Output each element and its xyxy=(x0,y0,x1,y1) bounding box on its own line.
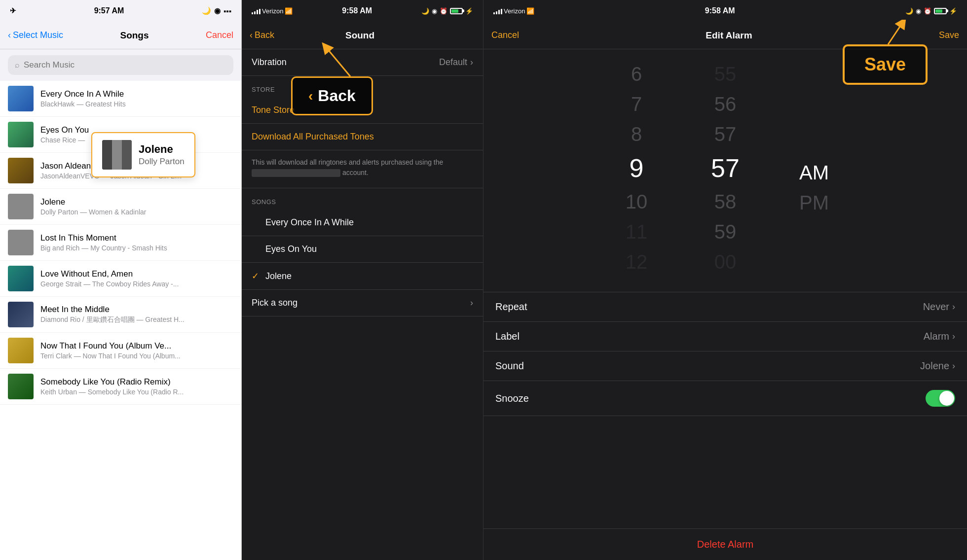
song-option-name-eyes: Eyes On You xyxy=(265,244,473,254)
album-art-s1 xyxy=(8,86,34,111)
lightning-icon-p3: ⚡ xyxy=(949,7,957,15)
redacted-text xyxy=(252,169,340,177)
song-info-s4: Jolene Dolly Parton — Women & Kadinlar xyxy=(40,197,233,216)
list-item[interactable]: Jolene Dolly Parton — Women & Kadinlar xyxy=(0,189,241,225)
sound-panel: Verizon 📶 9:58 AM 🌙 ◉ ⏰ ⚡ ‹ Back Sound V… xyxy=(242,0,484,560)
save-annotation: Save xyxy=(843,44,928,85)
sound-row[interactable]: Sound Jolene › xyxy=(484,351,967,381)
time-panel2: 9:58 AM xyxy=(342,6,372,15)
alarm-icon-p3: ⏰ xyxy=(924,7,931,15)
save-button-p3[interactable]: Save xyxy=(939,30,959,40)
song-title-s4: Jolene xyxy=(40,197,233,207)
song-option-name-every: Every Once In A While xyxy=(265,217,473,228)
time-panel1: 9:57 AM xyxy=(94,6,124,15)
song-info-s5: Lost In This Moment Big and Rich — My Co… xyxy=(40,233,233,252)
album-art-s5 xyxy=(8,230,34,255)
list-item[interactable]: Meet In the Middle Diamond Rio / 里歐鑽石合唱團… xyxy=(0,297,241,333)
hour-11: 11 xyxy=(592,217,681,247)
description-text2: account. xyxy=(342,169,369,176)
battery-fill-p3 xyxy=(935,9,942,13)
bar3-p3 xyxy=(498,10,500,14)
select-music-back[interactable]: ‹ Select Music xyxy=(8,30,63,40)
pick-song-label: Pick a song xyxy=(252,298,298,308)
bar3 xyxy=(257,10,258,14)
back-button-p2[interactable]: ‹ Back xyxy=(250,30,274,40)
save-box: Save xyxy=(843,44,928,85)
song-info-s7: Meet In the Middle Diamond Rio / 里歐鑽石合唱團… xyxy=(40,305,233,324)
chevron-right-label: › xyxy=(952,331,955,342)
snooze-toggle[interactable] xyxy=(926,390,955,407)
vibration-label: Vibration xyxy=(252,57,287,68)
song-option-every[interactable]: Every Once In A While xyxy=(242,210,483,236)
repeat-row[interactable]: Repeat Never › xyxy=(484,292,967,322)
song-subtitle-s1: BlackHawk — Greatest Hits xyxy=(40,100,233,108)
tooltip-artist: Dolly Parton xyxy=(139,157,185,167)
toggle-knob xyxy=(939,391,954,406)
bar2 xyxy=(254,11,256,14)
check-jolene: ✓ xyxy=(252,271,265,281)
song-option-jolene[interactable]: ✓ Jolene xyxy=(242,263,483,290)
list-item[interactable]: Every Once In A While BlackHawk — Greate… xyxy=(0,81,241,117)
album-art-s4 xyxy=(8,194,34,219)
song-title-s7: Meet In the Middle xyxy=(40,305,233,315)
back-box: ‹ Back xyxy=(291,76,373,115)
song-subtitle-s9: Keith Urban — Somebody Like You (Radio R… xyxy=(40,388,233,396)
label-row[interactable]: Label Alarm › xyxy=(484,322,967,351)
list-item[interactable]: Lost In This Moment Big and Rich — My Co… xyxy=(0,225,241,261)
bar4 xyxy=(259,9,260,14)
chevron-left-icon: ‹ xyxy=(8,30,11,40)
hours-column[interactable]: 6 7 8 9 10 11 12 xyxy=(592,59,681,277)
pick-song-row[interactable]: Pick a song › xyxy=(242,290,483,316)
snooze-row: Snooze xyxy=(484,381,967,416)
save-box-text: Save xyxy=(864,54,906,74)
delete-alarm-button[interactable]: Delete Alarm xyxy=(484,528,967,560)
song-info-s1: Every Once In A While BlackHawk — Greate… xyxy=(40,89,233,108)
list-item[interactable]: Now That I Found You (Album Ve... Terri … xyxy=(0,333,241,369)
song-subtitle-s4: Dolly Parton — Women & Kadinlar xyxy=(40,208,233,216)
song-title-s1: Every Once In A While xyxy=(40,89,233,99)
battery-icon-p2 xyxy=(450,8,463,14)
description-text: This will download all ringtones and ale… xyxy=(252,158,443,166)
album-art-s2 xyxy=(8,122,34,147)
signal-bars-p3 xyxy=(493,7,502,14)
search-icon: ⌕ xyxy=(15,61,20,70)
min-58: 58 xyxy=(681,187,770,217)
label-label: Label xyxy=(495,331,520,342)
min-57-selected: 57 xyxy=(681,149,770,187)
song-title-s8: Now That I Found You (Album Ve... xyxy=(40,341,233,351)
hour-7: 7 xyxy=(592,89,681,119)
battery-icon-p3 xyxy=(934,8,947,14)
album-art-s8 xyxy=(8,338,34,363)
bar4-p3 xyxy=(501,9,502,14)
cancel-button-p3[interactable]: Cancel xyxy=(491,30,519,40)
minutes-column[interactable]: 55 56 57 57 58 59 00 xyxy=(681,59,770,277)
list-item[interactable]: Love Without End, Amen George Strait — T… xyxy=(0,261,241,297)
sound-value: Jolene › xyxy=(920,360,955,372)
list-item[interactable]: Somebody Like You (Radio Remix) Keith Ur… xyxy=(0,369,241,405)
song-subtitle-s7: Diamond Rio / 里歐鑽石合唱團 — Greatest H... xyxy=(40,315,233,324)
hour-9-selected: 9 xyxy=(592,149,681,187)
vibration-value: Default › xyxy=(439,57,473,68)
jolene-tooltip: Jolene Dolly Parton xyxy=(91,132,195,177)
search-bar[interactable]: ⌕ xyxy=(8,55,233,75)
ampm-column[interactable]: AM PM xyxy=(770,118,858,218)
time-picker[interactable]: 6 7 8 9 10 11 12 55 56 57 57 58 59 00 AM… xyxy=(484,49,967,292)
album-art-s6 xyxy=(8,266,34,291)
min-56: 56 xyxy=(681,89,770,119)
status-icons-panel1: 🌙 ◉ ▪▪▪ xyxy=(202,6,231,15)
song-option-eyes[interactable]: Eyes On You xyxy=(242,236,483,263)
repeat-label: Repeat xyxy=(495,301,527,313)
select-music-panel: ✈ 9:57 AM 🌙 ◉ ▪▪▪ ‹ Select Music Songs C… xyxy=(0,0,242,560)
search-input[interactable] xyxy=(24,60,226,70)
download-all-button[interactable]: Download All Purchased Tones xyxy=(242,124,483,150)
songs-section-header: SONGS xyxy=(242,188,483,210)
svg-line-3 xyxy=(326,47,350,76)
tooltip-text: Jolene Dolly Parton xyxy=(139,143,185,167)
nav-bar-panel1: ‹ Select Music Songs Cancel xyxy=(0,22,241,49)
cancel-button[interactable]: Cancel xyxy=(206,30,233,40)
bar1-p3 xyxy=(493,12,495,14)
description-box: This will download all ringtones and ale… xyxy=(242,150,483,188)
cancel-label-p3: Cancel xyxy=(491,30,519,40)
icons-right-p2: 🌙 ◉ ⏰ ⚡ xyxy=(421,7,473,15)
signal-bars xyxy=(252,7,260,14)
